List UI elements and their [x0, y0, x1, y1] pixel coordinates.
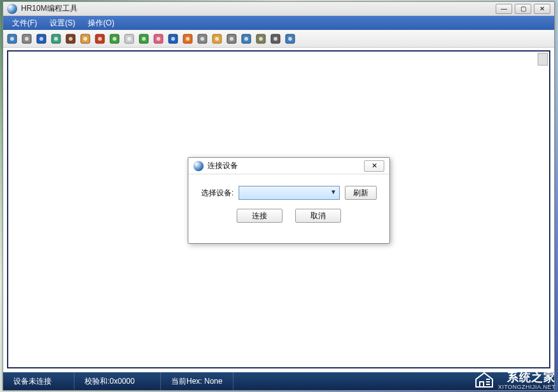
menubar: 文件(F) 设置(S) 操作(O) — [3, 16, 554, 30]
svg-point-23 — [171, 37, 175, 41]
svg-point-5 — [39, 37, 43, 41]
menu-settings[interactable]: 设置(S) — [43, 16, 81, 31]
connect-button[interactable]: 连接 — [237, 209, 282, 223]
toolbar-target-icon[interactable] — [255, 32, 267, 45]
menu-operate[interactable]: 操作(O) — [81, 16, 120, 31]
svg-point-39 — [288, 37, 292, 41]
dialog-titlebar: 连接设备 ✕ — [188, 158, 389, 174]
toolbar-window-icon[interactable] — [284, 32, 296, 45]
toolbar-download-icon[interactable] — [137, 32, 150, 45]
toolbar-text-icon[interactable] — [225, 32, 238, 45]
toolbar-zoom-icon[interactable] — [196, 32, 209, 45]
toolbar-write-icon[interactable] — [94, 32, 106, 45]
status-hex: 当前Hex: None — [161, 372, 234, 390]
svg-point-33 — [244, 37, 248, 41]
svg-point-31 — [230, 37, 234, 41]
toolbar-upload-icon[interactable] — [108, 32, 121, 45]
maximize-button[interactable]: ▢ — [515, 4, 531, 14]
toolbar-settings-icon[interactable] — [20, 32, 33, 45]
toolbar-device-icon[interactable] — [35, 32, 48, 45]
toolbar-lock-icon[interactable] — [211, 32, 223, 45]
close-button[interactable]: ✕ — [534, 4, 550, 14]
toolbar-user-icon[interactable] — [240, 32, 253, 45]
toolbar-stop-icon[interactable] — [167, 32, 179, 45]
svg-point-35 — [259, 37, 263, 41]
toolbar-folder-icon[interactable] — [79, 32, 92, 45]
svg-point-21 — [157, 37, 160, 41]
device-select-row: 选择设备: 刷新 — [201, 186, 377, 200]
window-title: HR10M编程工具 — [21, 3, 496, 14]
svg-point-1 — [10, 37, 14, 41]
menu-file[interactable]: 文件(F) — [6, 16, 43, 31]
svg-point-9 — [69, 37, 73, 41]
svg-point-19 — [142, 37, 146, 41]
svg-point-25 — [186, 37, 190, 41]
dialog-title: 连接设备 — [207, 160, 364, 171]
svg-point-27 — [200, 37, 204, 41]
svg-point-13 — [98, 37, 102, 41]
toolbar-setting2-icon[interactable] — [269, 32, 282, 45]
svg-point-37 — [274, 37, 277, 41]
dialog-body: 选择设备: 刷新 连接 取消 — [188, 174, 389, 229]
app-icon — [7, 4, 17, 14]
svg-point-17 — [127, 37, 131, 41]
dialog-close-button[interactable]: ✕ — [364, 160, 384, 172]
toolbar-camera-icon[interactable] — [64, 32, 77, 45]
svg-point-15 — [113, 37, 116, 41]
device-select[interactable] — [239, 186, 340, 200]
dialog-buttons: 连接 取消 — [201, 209, 377, 223]
toolbar-divider-icon[interactable] — [123, 32, 136, 45]
toolbar-erase-icon[interactable] — [152, 32, 165, 45]
toolbar-burn-icon[interactable] — [181, 32, 194, 45]
svg-point-11 — [83, 37, 87, 41]
minimize-button[interactable]: — — [496, 4, 512, 14]
svg-point-3 — [25, 37, 29, 41]
status-connection: 设备未连接 — [3, 372, 74, 390]
toolbar-copy-icon[interactable] — [50, 32, 62, 45]
svg-point-29 — [215, 37, 219, 41]
window-controls: — ▢ ✕ — [496, 4, 550, 14]
toolbar — [3, 30, 554, 48]
connect-device-dialog: 连接设备 ✕ 选择设备: 刷新 连接 取消 — [188, 157, 390, 244]
statusbar: 设备未连接 校验和:0x0000 当前Hex: None — [3, 372, 554, 390]
toolbar-save-icon[interactable] — [6, 32, 18, 45]
select-device-label: 选择设备: — [201, 188, 234, 199]
cancel-button[interactable]: 取消 — [295, 209, 341, 223]
scrollbar-up-icon[interactable] — [538, 53, 548, 66]
status-checksum: 校验和:0x0000 — [74, 372, 161, 390]
refresh-button[interactable]: 刷新 — [345, 186, 377, 200]
svg-point-7 — [54, 37, 58, 41]
dialog-icon — [193, 161, 204, 171]
titlebar: HR10M编程工具 — ▢ ✕ — [3, 2, 554, 16]
main-window: HR10M编程工具 — ▢ ✕ 文件(F) 设置(S) 操作(O) 连接设备 ✕… — [3, 1, 555, 391]
